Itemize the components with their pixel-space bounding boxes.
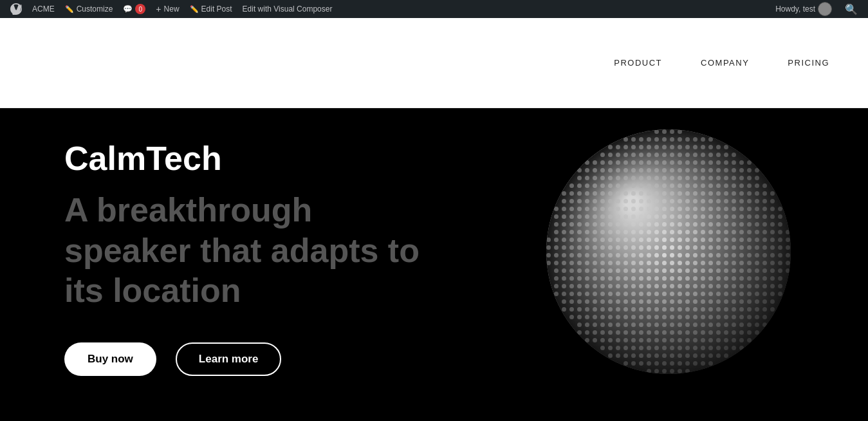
howdy-text: Howdy, test [775, 5, 815, 14]
edit-post-link[interactable]: ✏️ Edit Post [185, 0, 237, 18]
hero-tagline: A breakthrough speaker that adapts to it… [64, 190, 438, 310]
plus-icon: + [156, 4, 161, 14]
hero-section: CalmTech A breakthrough speaker that ada… [0, 108, 868, 421]
speaker-circle [546, 129, 791, 374]
hero-buttons: Buy now Learn more [64, 342, 438, 376]
nav-pricing[interactable]: PRICING [788, 58, 829, 68]
speaker-dots-canvas [546, 129, 791, 374]
comment-icon: 💬 [123, 5, 133, 14]
nav-product[interactable]: PRODUCT [614, 58, 662, 68]
admin-bar-right: Howdy, test 🔍 [770, 0, 863, 18]
user-avatar [818, 2, 832, 16]
wordpress-logo-link[interactable] [5, 0, 27, 18]
visual-composer-label: Edit with Visual Composer [243, 5, 333, 14]
new-content-link[interactable]: + New [151, 0, 184, 18]
howdy-user-link[interactable]: Howdy, test [770, 0, 837, 18]
buy-now-button[interactable]: Buy now [64, 342, 156, 376]
comments-count: 0 [135, 4, 145, 14]
visual-composer-link[interactable]: Edit with Visual Composer [237, 0, 338, 18]
comments-link[interactable]: 💬 0 [118, 0, 151, 18]
hero-brand-name: CalmTech [64, 140, 438, 177]
site-name-text: ACME [32, 5, 55, 14]
nav-company[interactable]: COMPANY [701, 58, 749, 68]
site-name-link[interactable]: ACME [27, 0, 60, 18]
site-header: PRODUCT COMPANY PRICING [0, 18, 868, 108]
learn-more-button[interactable]: Learn more [176, 342, 282, 376]
admin-search-button[interactable]: 🔍 [840, 3, 863, 15]
customize-link[interactable]: ✏️ Customize [60, 0, 118, 18]
hero-content: CalmTech A breakthrough speaker that ada… [64, 140, 438, 376]
customize-label: Customize [77, 5, 113, 14]
customize-icon: ✏️ [65, 5, 74, 14]
main-nav: PRODUCT COMPANY PRICING [614, 58, 829, 68]
admin-bar: ACME ✏️ Customize 💬 0 + New ✏️ Edit Post… [0, 0, 868, 18]
edit-icon: ✏️ [190, 5, 199, 14]
edit-post-label: Edit Post [201, 5, 232, 14]
speaker-graphic [546, 129, 817, 400]
new-label: New [164, 5, 180, 14]
